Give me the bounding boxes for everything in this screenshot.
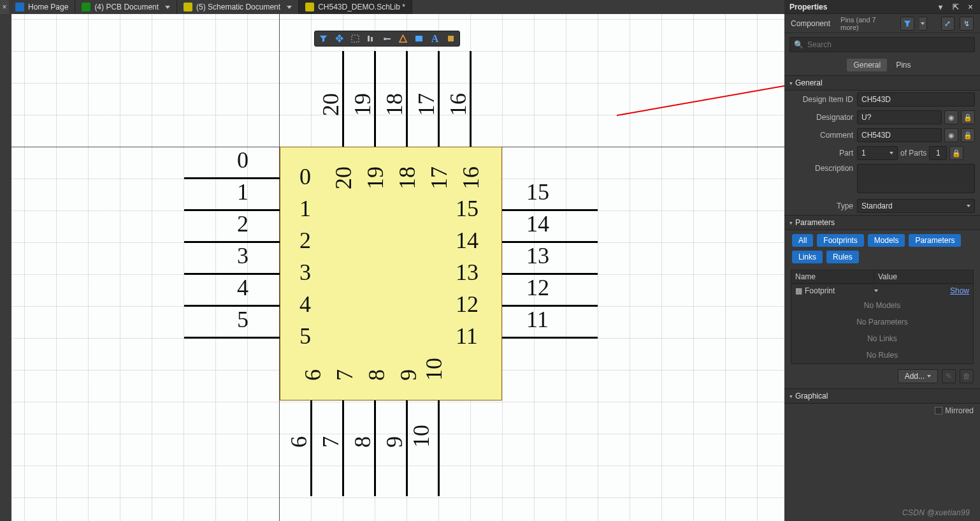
delete-button[interactable]: 🗑	[960, 369, 974, 383]
pin-line[interactable]	[502, 305, 598, 307]
filter-dropdown[interactable]	[919, 17, 927, 31]
pin-designator: 14	[526, 210, 549, 237]
section-graphical[interactable]: Graphical	[784, 388, 980, 404]
place-rect-button[interactable]	[411, 31, 427, 46]
pill-footprints[interactable]: Footprints	[817, 234, 863, 247]
pin-line[interactable]	[184, 177, 280, 179]
select-linked-button[interactable]: ↯	[960, 17, 974, 31]
search-input[interactable]	[807, 40, 970, 49]
dropdown-icon[interactable]: ▾	[936, 3, 945, 11]
pill-rules[interactable]: Rules	[826, 251, 859, 263]
place-text-button[interactable]: A	[427, 31, 443, 46]
param-row[interactable]: ▦Footprint Show	[791, 284, 973, 297]
schematic-icon	[184, 3, 192, 11]
pin-designator: 9	[381, 436, 408, 448]
panel-title: Properties	[789, 3, 827, 11]
pin-designator: 17	[413, 93, 440, 116]
input-comment[interactable]	[857, 128, 942, 142]
tab-pins[interactable]: Pins	[890, 59, 917, 71]
pin-line[interactable]	[406, 400, 408, 496]
pill-links[interactable]: Links	[792, 251, 823, 263]
pin-name: 20	[330, 166, 357, 189]
section-general[interactable]: General	[784, 75, 980, 91]
pin-line[interactable]	[438, 400, 440, 496]
param-value-link[interactable]: Show	[878, 286, 969, 295]
pin-name: 8	[363, 369, 390, 381]
tab-schematic-doc[interactable]: (5) Schematic Document	[177, 0, 299, 14]
pin-line[interactable]	[502, 273, 598, 275]
place-ieee-button[interactable]	[395, 31, 411, 46]
add-button[interactable]: Add...	[898, 369, 938, 383]
pin-line[interactable]	[502, 209, 598, 211]
pin-name: 13	[456, 259, 479, 286]
pin-name: 11	[456, 323, 478, 349]
tab-home[interactable]: Home Page	[9, 0, 75, 14]
tab-label: (5) Schematic Document	[196, 3, 280, 11]
select-type[interactable]: Standard	[857, 199, 975, 213]
pin-designator: 20	[317, 93, 344, 116]
svg-marker-5	[400, 35, 407, 42]
pin-name: 5	[299, 323, 311, 349]
lock-toggle[interactable]: 🔒	[961, 128, 975, 142]
placeholder-no-parameters: No Parameters	[791, 314, 973, 330]
pin-line[interactable]	[342, 400, 344, 496]
tab-pcb-doc[interactable]: (4) PCB Document	[75, 0, 177, 14]
pin-line[interactable]	[184, 305, 280, 307]
mirrored-checkbox[interactable]	[935, 407, 942, 415]
placeholder-no-models: No Models	[791, 297, 973, 314]
pin-line[interactable]	[502, 337, 598, 339]
visibility-toggle[interactable]: ◉	[944, 128, 958, 142]
visibility-toggle[interactable]: ◉	[944, 110, 958, 124]
pin-designator: 3	[237, 242, 249, 269]
filter-button[interactable]	[315, 31, 331, 46]
zoom-selected-button[interactable]: ⤢	[941, 17, 955, 31]
pin-line[interactable]	[310, 400, 312, 496]
pin-designator: 13	[526, 242, 549, 269]
pin-line[interactable]	[184, 273, 280, 275]
chevron-down-icon	[287, 6, 292, 9]
pill-all[interactable]: All	[792, 234, 813, 247]
search-field[interactable]: 🔍	[789, 37, 975, 52]
pill-parameters[interactable]: Parameters	[909, 234, 961, 247]
pin-line[interactable]	[374, 400, 376, 496]
close-panel-icon[interactable]: ×	[966, 3, 975, 11]
edit-button[interactable]: ✎	[942, 369, 956, 383]
input-designator[interactable]	[857, 110, 942, 124]
move-button[interactable]: ✥	[331, 31, 347, 46]
lock-toggle[interactable]: 🔒	[961, 110, 975, 124]
chevron-down-icon	[165, 6, 170, 9]
svg-rect-2	[371, 37, 373, 41]
filter-button[interactable]	[900, 17, 914, 31]
label-mirrored: Mirrored	[945, 406, 974, 415]
panel-header[interactable]: Properties ▾ ⇱ ×	[784, 0, 980, 14]
input-description[interactable]	[857, 164, 975, 193]
pin-name: 2	[299, 227, 311, 254]
pin-line[interactable]	[184, 241, 280, 243]
pin-designator: 15	[526, 179, 549, 205]
pin-name: 12	[456, 291, 479, 318]
param-list: ▦Footprint Show No Models No Parameters …	[791, 284, 974, 364]
schematic-canvas[interactable]: 0 1 2 3 4 5 0 1 2 3 4 5 15 14 13 12 11	[11, 14, 784, 521]
pin-line[interactable]	[184, 209, 280, 211]
select-rect-button[interactable]	[347, 31, 363, 46]
tab-schlib-file[interactable]: CH543D_DEMO.SchLib *	[299, 0, 412, 14]
properties-panel: Properties ▾ ⇱ × Component Pins (and 7 m…	[784, 0, 980, 521]
pin-line[interactable]	[502, 241, 598, 243]
input-design-item-id[interactable]	[857, 92, 975, 106]
input-of-parts[interactable]	[929, 146, 947, 160]
tab-general[interactable]: General	[847, 59, 887, 71]
placeholder-no-rules: No Rules	[791, 347, 973, 363]
pin-line[interactable]	[184, 337, 280, 339]
pin-designator: 2	[237, 210, 249, 237]
close-tab-button[interactable]: ×	[0, 0, 9, 14]
pin-designator: 5	[237, 306, 249, 333]
align-button[interactable]	[363, 31, 379, 46]
place-component-button[interactable]	[443, 31, 459, 46]
place-pin-button[interactable]	[379, 31, 395, 46]
label-description: Description	[789, 164, 853, 173]
section-parameters[interactable]: Parameters	[784, 215, 980, 230]
select-part[interactable]: 1	[857, 146, 898, 160]
pin-panel-icon[interactable]: ⇱	[951, 3, 960, 11]
pill-models[interactable]: Models	[868, 234, 905, 247]
lock-toggle[interactable]: 🔒	[949, 146, 963, 160]
